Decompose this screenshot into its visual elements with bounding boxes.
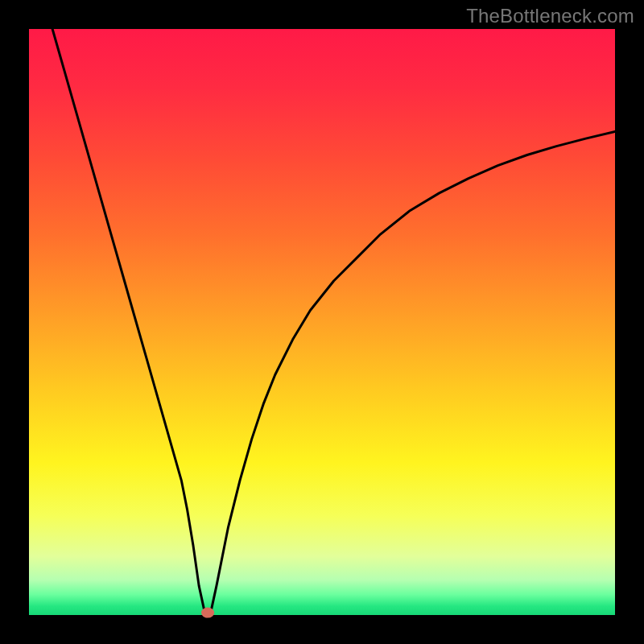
chart-container: TheBottleneck.com [0,0,644,644]
minimum-marker [201,608,214,618]
bottleneck-chart [0,0,644,644]
plot-background [29,29,615,615]
watermark-text: TheBottleneck.com [466,5,634,27]
